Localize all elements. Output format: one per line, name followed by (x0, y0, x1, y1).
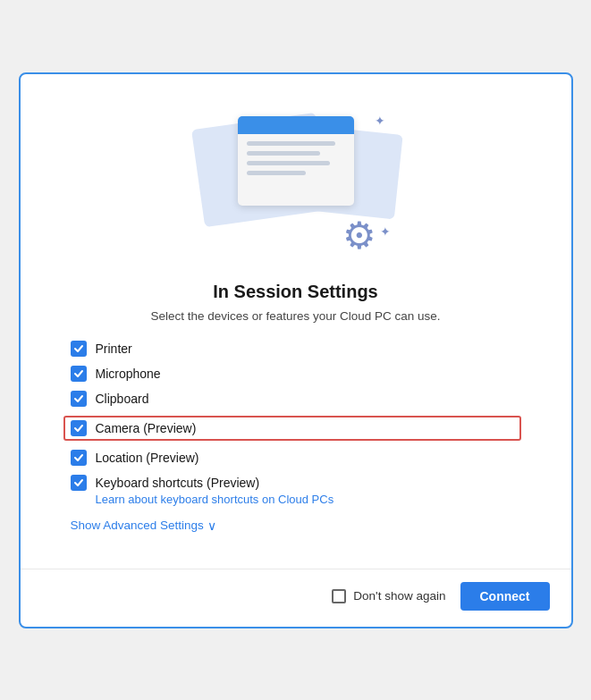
gear-icon: ⚙ (342, 217, 376, 255)
chevron-down-icon: ∨ (207, 519, 216, 533)
checkbox-row-microphone[interactable]: Microphone (71, 366, 521, 382)
keyboard-shortcuts-link[interactable]: Learn about keyboard shortcuts on Cloud … (96, 493, 521, 506)
dialog-title: In Session Settings (71, 282, 521, 302)
checkbox-row-keyboard[interactable]: Keyboard shortcuts (Preview) (71, 475, 521, 491)
line-2 (247, 151, 321, 156)
checkbox-clipboard[interactable] (71, 391, 87, 407)
sparkle-icon-1: ✦ (375, 114, 385, 128)
label-keyboard: Keyboard shortcuts (Preview) (96, 476, 260, 490)
checkboxes-list: Printer Microphone Clipboard (71, 341, 521, 506)
checkbox-row-clipboard[interactable]: Clipboard (71, 391, 521, 407)
label-location: Location (Preview) (96, 451, 199, 465)
dialog-subtitle: Select the devices or features your Clou… (71, 309, 521, 323)
label-microphone: Microphone (96, 367, 161, 381)
dont-show-checkbox[interactable] (332, 589, 346, 603)
dont-show-label: Don't show again (353, 589, 445, 603)
checkbox-microphone[interactable] (71, 366, 87, 382)
show-advanced-settings-link[interactable]: Show Advanced Settings ∨ (71, 519, 521, 533)
sparkle-icon-2: ✦ (380, 224, 391, 239)
checkbox-camera[interactable] (71, 420, 87, 436)
line-4 (247, 171, 306, 175)
check-icon (73, 452, 84, 463)
checkbox-row-camera[interactable]: Camera (Preview) (63, 416, 521, 441)
check-icon (73, 368, 84, 379)
session-settings-dialog: ⚙ ✦ ✦ In Session Settings Select the dev… (19, 72, 573, 628)
checkbox-printer[interactable] (71, 341, 87, 357)
checkbox-keyboard[interactable] (71, 475, 87, 491)
advanced-settings-label: Show Advanced Settings (71, 519, 204, 532)
line-1 (247, 141, 335, 146)
check-icon (73, 477, 84, 488)
label-printer: Printer (96, 342, 132, 356)
label-clipboard: Clipboard (96, 392, 149, 406)
checkbox-row-location[interactable]: Location (Preview) (71, 450, 521, 466)
dialog-footer: Don't show again Connect (21, 569, 571, 627)
check-icon (73, 343, 84, 354)
illustration: ⚙ ✦ ✦ (189, 103, 403, 264)
line-3 (247, 161, 331, 165)
illustration-area: ⚙ ✦ ✦ (21, 74, 571, 282)
check-icon (73, 423, 84, 434)
dont-show-container[interactable]: Don't show again (332, 589, 445, 603)
check-icon (73, 393, 84, 404)
window-lines (238, 134, 354, 182)
content-area: In Session Settings Select the devices o… (21, 282, 571, 569)
connect-button[interactable]: Connect (460, 582, 550, 611)
checkbox-row-printer[interactable]: Printer (71, 341, 521, 357)
checkbox-row-keyboard-container: Keyboard shortcuts (Preview) Learn about… (71, 475, 521, 506)
window-bar (238, 116, 354, 134)
label-camera: Camera (Preview) (96, 421, 197, 435)
window-mockup (238, 116, 354, 206)
checkbox-location[interactable] (71, 450, 87, 466)
